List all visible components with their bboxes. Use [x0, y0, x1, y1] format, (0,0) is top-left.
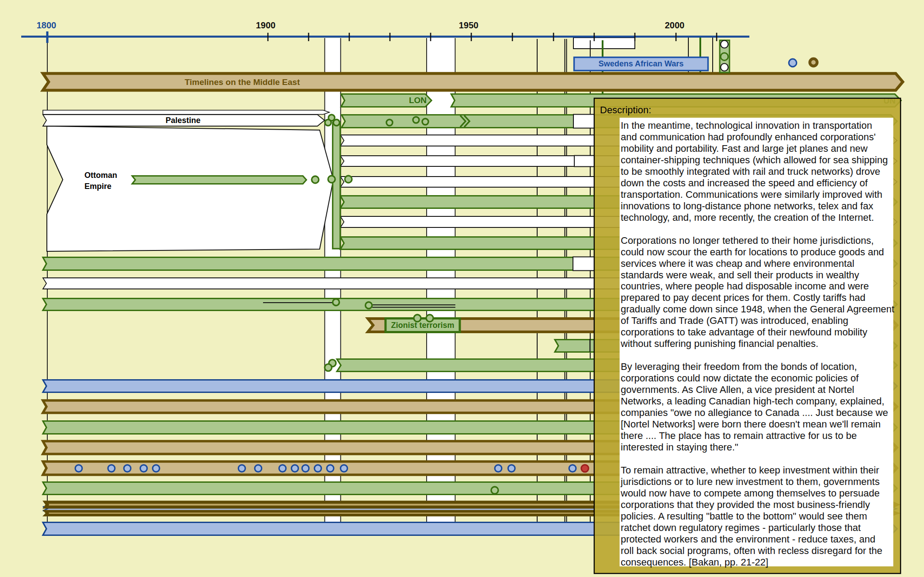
svg-text:interested in staying there.": interested in staying there." [621, 442, 738, 453]
svg-text:could now scour the earth for: could now scour the earth for locations … [621, 246, 884, 258]
svg-text:1800: 1800 [37, 20, 57, 30]
svg-text:gradually come down since 1948: gradually come down since 1948, when the… [621, 304, 894, 315]
svg-text:corporations that they provide: corporations that they provided the most… [621, 499, 870, 510]
svg-text:would now have to compete amon: would now have to compete among themselv… [620, 488, 880, 499]
svg-text:standards were weak, and sell: standards were weak, and sell their prod… [621, 269, 859, 281]
svg-text:mobility and portability. Fast: mobility and portability. Fast and large… [621, 143, 868, 154]
svg-text:1900: 1900 [256, 20, 276, 30]
svg-text:[Nortel Networks] were born th: [Nortel Networks] were born there doesn'… [621, 419, 881, 430]
svg-text:Description:: Description: [600, 104, 651, 115]
svg-text:jurisdictions or to lure new i: jurisdictions or to lure new investment … [620, 476, 880, 487]
svg-text:To remain attractive, whether: To remain attractive, whether to keep in… [621, 465, 879, 476]
svg-text:Timelines on the Middle East: Timelines on the Middle East [185, 77, 300, 87]
svg-text:Empire: Empire [84, 182, 111, 191]
svg-text:ratchet down regulatory regime: ratchet down regulatory regimes - partic… [621, 522, 861, 533]
svg-text:Swedens African Wars: Swedens African Wars [599, 59, 684, 68]
svg-text:1950: 1950 [459, 20, 479, 30]
svg-text:Zionist terrorism: Zionist terrorism [391, 321, 454, 330]
svg-text:services where it was cheap an: services where it was cheap and where en… [621, 258, 854, 269]
svg-text:companies "owe no allegiance t: companies "owe no allegiance to Canada .… [621, 407, 888, 418]
svg-text:down the costs and increased t: down the costs and increased the speed a… [621, 177, 868, 188]
svg-text:LON: LON [409, 96, 427, 105]
svg-text:corporations to take advantage: corporations to take advantage of their … [621, 327, 867, 338]
svg-text:By leveraging their freedom fr: By leveraging their freedom from the bon… [621, 361, 857, 372]
svg-text:and communication had profound: and communication had profoundly enhance… [621, 131, 876, 142]
svg-text:consequences. [Bakan, pp. 21-2: consequences. [Bakan, pp. 21-22] [621, 557, 768, 568]
svg-text:of Tariffs and Trade (GATT) wa: of Tariffs and Trade (GATT) was introduc… [621, 315, 848, 326]
svg-text:without suffering punishing fi: without suffering punishing financial pe… [620, 338, 818, 349]
svg-text:there .... The place has to re: there .... The place has to remain attra… [621, 430, 857, 441]
svg-text:corporations could now dictate: corporations could now dictate the econo… [621, 373, 859, 384]
svg-text:policies. A resulting "battle: policies. A resulting "battle to the bot… [621, 511, 867, 522]
svg-text:Ottoman: Ottoman [84, 171, 117, 180]
svg-text:Corporations no longer tethere: Corporations no longer tethered to their… [621, 235, 874, 246]
svg-text:to be smoothly integrated with: to be smoothly integrated with rail and … [621, 166, 880, 177]
svg-text:2000: 2000 [665, 20, 685, 30]
svg-text:transportation. Communications: transportation. Communications were simi… [621, 189, 882, 200]
svg-text:prepared to pay decent prices: prepared to pay decent prices for them. … [621, 292, 866, 303]
svg-text:In the meantime, technological: In the meantime, technological innovatio… [621, 120, 872, 131]
svg-text:Networks, a leading Canadian h: Networks, a leading Canadian high-tech c… [621, 396, 884, 407]
svg-text:countries, where people had di: countries, where people had disposable i… [621, 281, 869, 292]
svg-text:innovations to long-distance p: innovations to long-distance phone netwo… [621, 200, 873, 212]
svg-text:container-shipping techniques: container-shipping techniques (which all… [621, 154, 888, 165]
svg-text:Palestine: Palestine [165, 116, 200, 125]
svg-text:governments. As Clive Allen, a: governments. As Clive Allen, a vice pres… [621, 384, 854, 395]
svg-text:technology, and, more recently: technology, and, more recently, the crea… [621, 212, 874, 223]
svg-text:protected workers and the envi: protected workers and the environment - … [621, 534, 875, 545]
svg-text:roll back social programs, oft: roll back social programs, often with re… [621, 545, 882, 556]
